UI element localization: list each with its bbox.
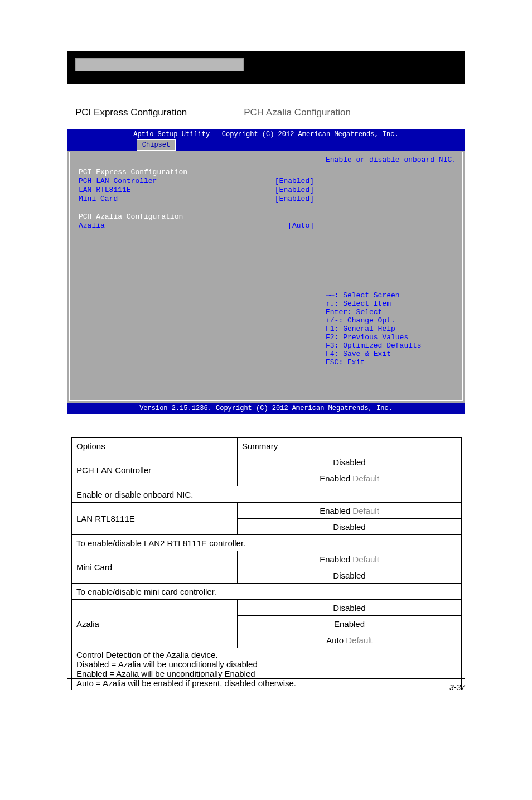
bios-key-hint: ↑↓: Select Item bbox=[326, 300, 422, 308]
bios-screenshot: Aptio Setup Utility – Copyright (C) 2012… bbox=[67, 129, 465, 414]
bios-setting-row[interactable]: PCH LAN Controller[Enabled] bbox=[79, 177, 314, 186]
option-default-badge: Default bbox=[352, 555, 379, 564]
options-header-cell: Summary bbox=[238, 438, 462, 454]
bios-tabrow: Chipset bbox=[67, 139, 465, 151]
bios-help-text: Enable or disable onboard NIC. bbox=[326, 156, 459, 164]
options-header-cell: Options bbox=[72, 438, 238, 454]
option-description: Enable or disable onboard NIC. bbox=[72, 486, 462, 503]
bios-key-hint: F3: Optimized Defaults bbox=[326, 341, 422, 350]
option-name: LAN RTL8111E bbox=[72, 503, 238, 535]
bios-setting-value[interactable]: [Enabled] bbox=[275, 186, 314, 195]
bios-key-hint: →←: Select Screen bbox=[326, 291, 422, 300]
bios-key-hint: ESC: Exit bbox=[326, 358, 422, 367]
bios-setting-label: PCH Azalia Configuration bbox=[79, 213, 183, 221]
bios-setting-label: PCI Express Configuration bbox=[79, 168, 187, 177]
option-description: Control Detection of the Azalia device.D… bbox=[72, 648, 462, 690]
option-value: Enabled Default bbox=[238, 551, 462, 567]
option-value: Enabled Default bbox=[238, 503, 462, 519]
bios-setting-label: Mini Card bbox=[79, 195, 118, 204]
bios-left-pane: PCI Express ConfigurationPCH LAN Control… bbox=[70, 152, 320, 400]
bios-setting-row: PCI Express Configuration bbox=[79, 168, 314, 177]
option-value: Enabled Default bbox=[238, 470, 462, 486]
option-value: Disabled bbox=[238, 567, 462, 584]
bios-titlebar: Aptio Setup Utility – Copyright (C) 2012… bbox=[67, 129, 465, 139]
option-description: To enable/disable mini card controller. bbox=[72, 584, 462, 600]
option-default-badge: Default bbox=[352, 474, 379, 483]
option-name: PCH LAN Controller bbox=[72, 454, 238, 486]
bios-setting-label: LAN RTL8111E bbox=[79, 186, 131, 195]
bios-key-hint: +/-: Change Opt. bbox=[326, 316, 422, 325]
bios-right-pane: Enable or disable onboard NIC. →←: Selec… bbox=[322, 152, 462, 400]
bios-setting-value[interactable]: [Auto] bbox=[288, 221, 314, 230]
bios-key-hint: F4: Save & Exit bbox=[326, 350, 422, 358]
bios-setting-row[interactable]: LAN RTL8111E[Enabled] bbox=[79, 186, 314, 195]
bios-setting-row: PCH Azalia Configuration bbox=[79, 213, 314, 221]
header-left-placeholder bbox=[75, 58, 244, 71]
option-value: Enabled bbox=[238, 616, 462, 632]
bios-setting-label: Azalia bbox=[79, 221, 105, 230]
bios-key-hint: F2: Previous Values bbox=[326, 333, 422, 341]
bios-setting-row[interactable]: Mini Card[Enabled] bbox=[79, 195, 314, 204]
bios-setting-value[interactable]: [Enabled] bbox=[275, 195, 314, 204]
bios-setting-row bbox=[79, 204, 314, 213]
option-default-badge: Default bbox=[346, 635, 373, 645]
document-header bbox=[67, 51, 465, 84]
option-default-badge: Default bbox=[352, 506, 379, 515]
option-value: Auto Default bbox=[238, 632, 462, 648]
bios-body: PCI Express ConfigurationPCH LAN Control… bbox=[69, 152, 463, 401]
option-name: Azalia bbox=[72, 600, 238, 648]
bios-footer: Version 2.15.1236. Copyright (C) 2012 Am… bbox=[67, 403, 465, 414]
bios-tab-chipset[interactable]: Chipset bbox=[137, 139, 176, 151]
option-value: Disabled bbox=[238, 519, 462, 535]
bios-key-hint: F1: General Help bbox=[326, 325, 422, 333]
option-value: Disabled bbox=[238, 454, 462, 470]
option-name: Mini Card bbox=[72, 551, 238, 584]
bios-setting-row[interactable]: Azalia[Auto] bbox=[79, 221, 314, 230]
footer-rule bbox=[67, 678, 465, 679]
page-number: 3-37 bbox=[449, 683, 465, 692]
subheader-left: PCI Express Configuration bbox=[75, 107, 187, 118]
bios-key-hint: Enter: Select bbox=[326, 308, 422, 316]
bios-setting-value[interactable]: [Enabled] bbox=[275, 177, 314, 186]
options-table: OptionsSummaryPCH LAN ControllerDisabled… bbox=[71, 437, 462, 690]
option-description: To enable/disable LAN2 RTL8111E controll… bbox=[72, 535, 462, 551]
bios-setting-label: PCH LAN Controller bbox=[79, 177, 157, 186]
option-value: Disabled bbox=[238, 600, 462, 616]
subheader-right: PCH Azalia Configuration bbox=[244, 107, 351, 118]
